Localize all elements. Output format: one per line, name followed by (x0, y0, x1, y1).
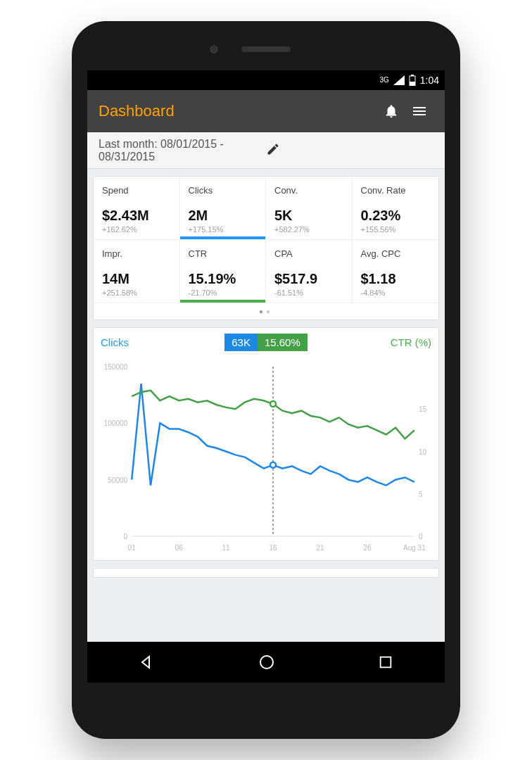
chart-cursor-value-ctr: 15.60% (258, 334, 308, 351)
notifications-button[interactable] (377, 103, 405, 119)
metric-delta: +251.58% (102, 289, 172, 297)
app-header: Dashboard (87, 90, 445, 132)
svg-point-22 (260, 656, 273, 669)
back-button[interactable] (139, 654, 156, 671)
clock: 1:04 (420, 75, 439, 86)
back-icon (139, 654, 156, 671)
metric-value: 2M (189, 208, 259, 224)
next-card-peek (93, 568, 439, 578)
svg-text:100000: 100000 (104, 419, 128, 427)
svg-text:26: 26 (363, 544, 372, 552)
metric-tile[interactable]: CPA$517.9-61.51% (266, 240, 353, 303)
metric-delta: -21.70% (189, 289, 259, 297)
svg-text:16: 16 (269, 544, 277, 552)
metric-selected-bar (180, 300, 266, 303)
recents-button[interactable] (378, 654, 393, 670)
bell-icon (384, 103, 399, 119)
metric-label: Clicks (189, 185, 259, 205)
metric-label: Impr. (102, 248, 172, 268)
android-nav-bar (87, 642, 445, 683)
date-range-text: Last month: 08/01/2015 - 08/31/2015 (99, 138, 266, 163)
svg-text:21: 21 (316, 544, 324, 552)
metric-tile[interactable]: Impr.14M+251.58% (94, 240, 180, 303)
metric-value: $1.18 (361, 271, 432, 287)
svg-rect-23 (381, 657, 391, 668)
metric-tile[interactable]: Conv. Rate0.23%+155.56% (353, 177, 439, 240)
metric-label: Conv. Rate (361, 185, 432, 205)
metric-tile[interactable]: Spend$2.43M+162.62% (94, 177, 180, 240)
metric-tile[interactable]: CTR15.19%-21.70% (180, 240, 267, 303)
hamburger-icon (411, 103, 428, 120)
chart-left-axis-label: Clicks (101, 336, 224, 348)
metric-tile[interactable]: Conv.5K+582.27% (266, 177, 353, 240)
phone-camera (210, 45, 218, 53)
page-title: Dashboard (99, 102, 377, 120)
chart-header: Clicks 63K 15.60% CTR (%) (94, 328, 438, 354)
network-label: 3G (379, 77, 388, 84)
metric-value: 14M (102, 271, 172, 287)
chart-card: Clicks 63K 15.60% CTR (%) 05000010000015… (93, 327, 439, 561)
date-range-bar[interactable]: Last month: 08/01/2015 - 08/31/2015 (87, 132, 445, 169)
status-bar: 3G 1:04 (87, 70, 445, 90)
metric-tile[interactable]: Clicks2M+175.15% (180, 177, 267, 240)
chart-svg: 050000100000150000051015010611162126Aug … (96, 360, 436, 557)
metric-label: Conv. (274, 185, 345, 205)
metrics-grid: Spend$2.43M+162.62%Clicks2M+175.15%Conv.… (94, 177, 438, 303)
svg-text:5: 5 (419, 490, 423, 498)
phone-frame: 3G 1:04 Dashboard Last month: 08/01/2015… (72, 21, 460, 739)
svg-text:10: 10 (419, 448, 427, 456)
metric-value: 0.23% (361, 208, 432, 224)
metric-selected-bar (180, 236, 266, 239)
svg-text:0: 0 (124, 533, 128, 540)
metric-delta: +175.15% (189, 225, 259, 234)
signal-icon (393, 75, 405, 85)
metric-label: Spend (102, 185, 172, 205)
content: Spend$2.43M+162.62%Clicks2M+175.15%Conv.… (87, 169, 445, 683)
chart-right-axis-label: CTR (%) (308, 336, 431, 348)
edit-date-button[interactable] (266, 142, 433, 159)
metric-tile[interactable]: Avg. CPC$1.18-4.84% (353, 240, 439, 303)
metric-delta: -4.84% (361, 289, 432, 297)
svg-point-20 (270, 462, 276, 468)
svg-text:Aug 31: Aug 31 (403, 544, 426, 552)
metric-value: $517.9 (274, 271, 345, 287)
metric-label: Avg. CPC (361, 248, 432, 268)
metric-delta: -61.51% (274, 289, 345, 297)
svg-text:0: 0 (419, 533, 423, 540)
chart-cursor-badges: 63K 15.60% (224, 334, 308, 351)
svg-text:11: 11 (222, 544, 231, 552)
pencil-icon (266, 142, 280, 156)
svg-text:15: 15 (419, 405, 427, 413)
home-icon (258, 654, 275, 671)
metric-delta: +582.27% (274, 225, 345, 234)
chart-body[interactable]: 050000100000150000051015010611162126Aug … (94, 354, 438, 560)
svg-text:06: 06 (175, 544, 184, 552)
screen: 3G 1:04 Dashboard Last month: 08/01/2015… (87, 70, 445, 683)
metric-value: 5K (274, 208, 345, 224)
chart-cursor-value-clicks: 63K (224, 334, 258, 351)
metric-value: 15.19% (189, 271, 259, 287)
metric-label: CTR (189, 248, 259, 268)
recents-icon (378, 654, 393, 670)
svg-text:150000: 150000 (104, 363, 128, 371)
battery-icon (409, 75, 416, 86)
metrics-card: Spend$2.43M+162.62%Clicks2M+175.15%Conv.… (93, 176, 439, 320)
svg-text:01: 01 (128, 544, 137, 552)
metric-label: CPA (274, 248, 345, 268)
phone-speaker (241, 46, 291, 52)
svg-rect-2 (410, 82, 415, 86)
menu-button[interactable] (405, 103, 433, 120)
home-button[interactable] (258, 654, 275, 671)
metric-value: $2.43M (102, 208, 172, 224)
page-indicator[interactable]: ●● (94, 303, 438, 319)
metric-delta: +162.62% (102, 225, 172, 234)
svg-point-21 (270, 401, 276, 407)
svg-text:50000: 50000 (108, 476, 127, 484)
metric-delta: +155.56% (361, 225, 432, 234)
